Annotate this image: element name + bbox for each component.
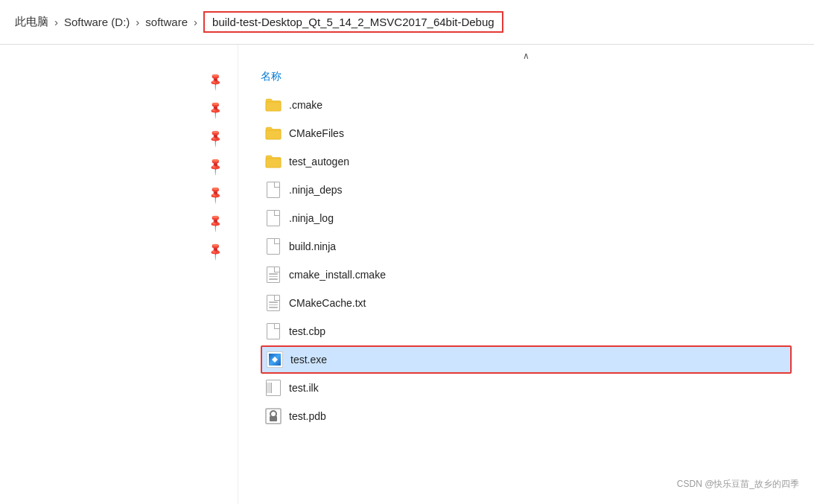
file-row[interactable]: .ninja_deps [261, 176, 792, 204]
generic-file-icon [267, 210, 280, 226]
pin-row-6: 📌 [0, 208, 230, 237]
file-icon [264, 182, 283, 198]
watermark: CSDN @快乐豆苗_故乡的四季 [677, 478, 799, 491]
file-icon [264, 210, 283, 226]
folder-icon [264, 97, 283, 113]
breadcrumb-sep-3: › [194, 16, 197, 28]
ilk-icon-side [267, 383, 272, 393]
pin-row-3: 📌 [0, 124, 230, 152]
file-list: .cmake CMakeFiles test_autogen.ninja_dep… [261, 91, 792, 430]
folder-svg [265, 127, 282, 140]
file-row[interactable]: build.ninja [261, 232, 792, 261]
file-icon [264, 323, 283, 339]
generic-file-icon [267, 238, 280, 255]
column-header-name: 名称 [261, 64, 792, 91]
generic-file-icon [267, 182, 280, 198]
file-row[interactable]: cmake_install.cmake [261, 261, 792, 289]
folder-svg [265, 155, 282, 168]
file-name-label: cmake_install.cmake [289, 269, 386, 281]
file-lines-content [269, 302, 278, 310]
pdb-icon [264, 408, 283, 424]
file-name-label: test.cbp [289, 325, 325, 337]
file-row[interactable]: test.cbp [261, 317, 792, 345]
exe-icon-inner [269, 354, 281, 366]
file-lines-icon [264, 267, 283, 283]
file-row[interactable]: CMakeFiles [261, 119, 792, 147]
file-name-label: .ninja_log [289, 212, 334, 224]
file-row[interactable]: test.ilk [261, 374, 792, 402]
file-name-label: test.exe [290, 354, 327, 366]
pin-icon-3: 📌 [205, 127, 226, 148]
folder-icon [264, 125, 283, 141]
file-name-label: .cmake [289, 99, 322, 111]
breadcrumb-drive[interactable]: Software (D:) [64, 16, 130, 28]
breadcrumb-this-pc[interactable]: 此电脑 [15, 15, 48, 29]
ilk-file-icon [266, 380, 281, 396]
svg-rect-2 [270, 416, 277, 421]
file-row[interactable]: test.exe [261, 345, 792, 374]
folder-svg [265, 98, 282, 112]
file-lines-icon [267, 295, 280, 311]
pin-icon-5: 📌 [205, 184, 226, 205]
file-name-label: test.pdb [289, 410, 326, 422]
main-container: 📌 📌 📌 📌 📌 📌 📌 ∧ 名称 .cmake CMakeFi [0, 45, 814, 504]
breadcrumb-bar: 此电脑 › Software (D:) › software › build-t… [0, 0, 814, 45]
pdb-file-svg [265, 408, 282, 424]
breadcrumb-sep-1: › [54, 16, 58, 28]
file-row[interactable]: test_autogen [261, 147, 792, 176]
file-row[interactable]: .cmake [261, 91, 792, 119]
file-name-label: test.ilk [289, 382, 319, 394]
pin-icon-4: 📌 [205, 156, 226, 176]
file-row[interactable]: test.pdb [261, 402, 792, 430]
file-name-label: build.ninja [289, 240, 336, 252]
up-chevron[interactable]: ∧ [261, 45, 792, 64]
breadcrumb-sep-2: › [136, 16, 139, 28]
file-area: ∧ 名称 .cmake CMakeFiles test_autogen.ninj… [238, 45, 814, 504]
pin-row-1: 📌 [0, 67, 230, 95]
file-name-label: CMakeCache.txt [289, 297, 366, 309]
exe-file-icon [267, 351, 283, 368]
file-row[interactable]: .ninja_log [261, 204, 792, 232]
generic-file-icon [267, 323, 280, 339]
pin-icon-1: 📌 [205, 71, 226, 92]
file-name-label: test_autogen [289, 156, 349, 168]
pin-row-4: 📌 [0, 152, 230, 180]
file-name-label: .ninja_deps [289, 184, 343, 196]
breadcrumb-build-folder[interactable]: build-test-Desktop_Qt_5_14_2_MSVC2017_64… [203, 11, 503, 33]
breadcrumb-software[interactable]: software [145, 16, 188, 28]
folder-icon [264, 153, 283, 170]
file-name-label: CMakeFiles [289, 127, 344, 139]
sidebar: 📌 📌 📌 📌 📌 📌 📌 [0, 45, 238, 504]
pin-row-5: 📌 [0, 180, 230, 208]
file-row[interactable]: CMakeCache.txt [261, 289, 792, 317]
pin-row-2: 📌 [0, 95, 230, 124]
exe-icon [265, 351, 284, 368]
file-icon [264, 238, 283, 255]
ilk-icon [264, 380, 283, 396]
file-lines-icon [264, 295, 283, 311]
pin-icon-7: 📌 [205, 240, 226, 261]
pin-row-7: 📌 [0, 237, 230, 265]
file-lines-icon [267, 267, 280, 283]
pin-icon-6: 📌 [205, 212, 226, 233]
file-lines-content [269, 273, 278, 281]
pin-icon-2: 📌 [205, 99, 226, 120]
